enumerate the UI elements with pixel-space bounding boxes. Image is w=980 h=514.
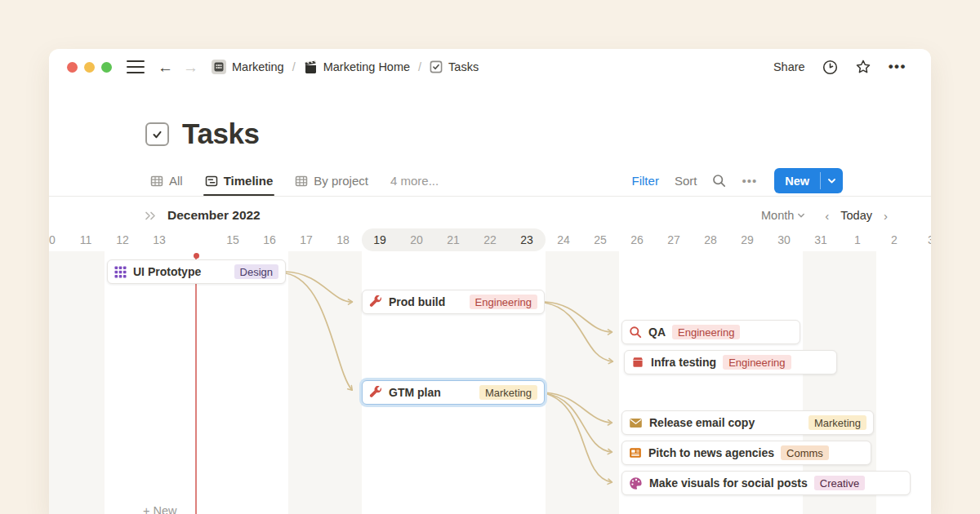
- date-cell: 26: [619, 228, 656, 251]
- task-bar-make-visuals-for-social-posts[interactable]: Make visuals for social postsCreative: [621, 471, 911, 495]
- breadcrumb-separator: /: [292, 60, 296, 73]
- task-tag: Comms: [781, 445, 829, 460]
- date-cell: 14: [178, 228, 215, 251]
- date-row: 1011121314151617181920212223242526272829…: [49, 228, 931, 251]
- breadcrumb-item-tasks[interactable]: Tasks: [426, 59, 482, 75]
- date-cell: 18: [325, 228, 362, 251]
- page-header: Tasks: [145, 117, 260, 150]
- date-cell: 12: [105, 228, 141, 251]
- search-icon: [629, 326, 642, 339]
- tab-label: By project: [314, 174, 368, 188]
- date-cell: 17: [288, 228, 325, 251]
- task-tag: Engineering: [672, 325, 740, 339]
- page-checkbox-icon: [145, 122, 169, 146]
- window-controls: [67, 62, 112, 73]
- today-button[interactable]: Today: [840, 209, 872, 222]
- date-cell: 23: [509, 228, 546, 251]
- tab-label: Timeline: [224, 174, 274, 188]
- back-arrow-icon[interactable]: ←: [158, 60, 173, 75]
- workspace-icon: [212, 60, 226, 74]
- breadcrumb-label: Marketing: [232, 60, 284, 73]
- date-cell: 28: [693, 228, 729, 251]
- date-cell: 30: [766, 228, 803, 251]
- prev-period-icon[interactable]: ‹: [821, 209, 833, 223]
- breadcrumb-item-marketing[interactable]: Marketing: [208, 58, 287, 76]
- tab-all[interactable]: All: [150, 166, 183, 196]
- timeline-controls: Month ‹ Today ›: [761, 209, 892, 223]
- tab-label: 4 more...: [390, 174, 439, 188]
- tab-by-project[interactable]: By project: [295, 166, 368, 196]
- breadcrumb-label: Marketing Home: [323, 60, 410, 73]
- wrench-icon: [369, 386, 382, 399]
- timeline-header: December 2022 Month ‹ Today ›: [49, 202, 931, 228]
- date-cell: 20: [399, 228, 435, 251]
- task-tag: Marketing: [479, 385, 537, 400]
- task-bar-release-email-copy[interactable]: Release email copyMarketing: [621, 410, 874, 435]
- date-cell: 29: [729, 228, 766, 251]
- new-button-label: New: [774, 168, 820, 193]
- forward-arrow-icon[interactable]: →: [183, 60, 198, 75]
- task-name: Release email copy: [649, 416, 755, 429]
- task-bar-prod-build[interactable]: Prod buildEngineering: [362, 290, 545, 314]
- updates-clock-icon[interactable]: [822, 60, 838, 75]
- double-chevron-icon[interactable]: [145, 210, 158, 221]
- titlebar-actions: Share •••: [773, 59, 906, 75]
- favorite-star-icon[interactable]: [855, 59, 871, 75]
- minimize-window-button[interactable]: [84, 62, 95, 73]
- add-new-row-button[interactable]: + New: [143, 504, 177, 514]
- clapperboard-icon: [304, 60, 318, 74]
- close-window-button[interactable]: [67, 62, 78, 73]
- checkbox-icon: [430, 60, 443, 73]
- task-name: UI Prototype: [133, 265, 201, 278]
- view-tabs: AllTimelineBy project4 more...: [150, 166, 461, 196]
- mail-icon: [629, 416, 643, 430]
- view-toolbar: Filter Sort ••• New: [632, 168, 843, 193]
- zoom-level-label: Month: [761, 209, 794, 222]
- task-bar-ui-prototype[interactable]: UI PrototypeDesign: [107, 259, 286, 284]
- box-icon: [631, 356, 644, 369]
- task-bar-qa[interactable]: QAEngineering: [621, 320, 800, 344]
- next-period-icon[interactable]: ›: [880, 209, 892, 223]
- zoom-level-dropdown[interactable]: Month: [761, 209, 805, 222]
- date-cell: 19: [362, 228, 399, 251]
- task-name: GTM plan: [389, 386, 441, 399]
- task-name: Prod build: [389, 295, 445, 308]
- share-button[interactable]: Share: [773, 60, 805, 73]
- date-cell: 25: [582, 228, 619, 251]
- tab-4-more-[interactable]: 4 more...: [390, 166, 439, 196]
- search-icon[interactable]: [712, 174, 726, 188]
- page-title[interactable]: Tasks: [182, 117, 260, 150]
- date-cell: 10: [49, 228, 68, 251]
- zoom-window-button[interactable]: [101, 62, 112, 73]
- task-name: QA: [648, 326, 666, 339]
- date-cell: 3: [913, 228, 932, 251]
- task-bar-gtm-plan[interactable]: GTM planMarketing: [362, 380, 545, 405]
- palette-icon: [629, 476, 643, 490]
- date-cell: 24: [546, 228, 582, 251]
- timeline-icon: [205, 175, 218, 188]
- grid-icon: [114, 266, 127, 278]
- tab-timeline[interactable]: Timeline: [205, 166, 274, 196]
- month-title[interactable]: December 2022: [167, 208, 261, 223]
- task-tag: Marketing: [808, 415, 866, 430]
- date-cell: 2: [876, 228, 913, 251]
- notion-window: ← → Marketing / Marketing Home /: [49, 49, 931, 514]
- sort-button[interactable]: Sort: [675, 174, 697, 188]
- date-cell: 22: [472, 228, 509, 251]
- chevron-down-icon[interactable]: [821, 168, 843, 193]
- task-bar-infra-testing[interactable]: Infra testingEngineering: [624, 350, 837, 374]
- table-icon: [150, 175, 163, 188]
- more-options-icon[interactable]: •••: [889, 59, 906, 75]
- date-cell: 16: [252, 228, 288, 251]
- wrench-icon: [369, 295, 382, 308]
- new-button[interactable]: New: [774, 168, 843, 193]
- filter-button[interactable]: Filter: [632, 174, 659, 188]
- view-more-icon[interactable]: •••: [742, 174, 757, 188]
- date-cell: 21: [435, 228, 472, 251]
- sidebar-toggle-icon[interactable]: [127, 60, 145, 73]
- date-cell: 11: [68, 228, 105, 251]
- task-tag: Engineering: [723, 355, 791, 370]
- task-bar-pitch-to-news-agencies[interactable]: Pitch to news agenciesComms: [621, 441, 871, 465]
- view-tabs-bar: AllTimelineBy project4 more... Filter So…: [49, 166, 931, 197]
- breadcrumb-item-marketing-home[interactable]: Marketing Home: [301, 59, 413, 76]
